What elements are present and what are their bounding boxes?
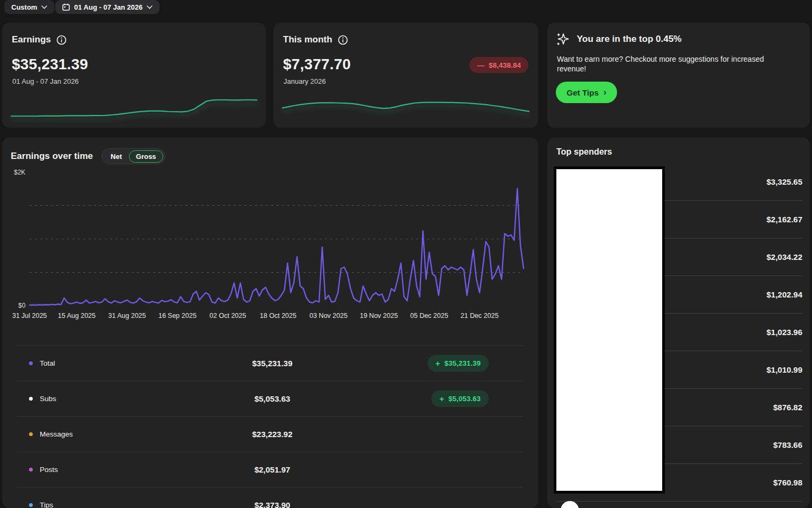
- earnings-sparkline: [11, 97, 257, 118]
- series-value: $23,223.92: [184, 430, 361, 439]
- series-color-dot: [29, 468, 33, 471]
- toggle-option-gross[interactable]: Gross: [129, 150, 163, 163]
- earnings-over-time-card: Earnings over time Net Gross $2K $0 31 J…: [2, 137, 538, 508]
- date-range-pill[interactable]: 01 Aug - 07 Jan 2026: [55, 0, 160, 14]
- x-axis-tick: 19 Nov 2025: [360, 312, 398, 320]
- chevron-right-icon: ›: [604, 88, 606, 97]
- date-range-label: 01 Aug - 07 Jan 2026: [74, 3, 142, 11]
- series-label: Posts: [40, 466, 58, 474]
- y-axis-label-top: $2K: [14, 169, 25, 176]
- chevron-down-icon: [41, 5, 47, 9]
- x-axis-tick: 02 Oct 2025: [209, 312, 246, 320]
- spender-amount: $2,162.67: [766, 215, 802, 224]
- series-color-dot: [29, 361, 33, 365]
- x-axis-tick: 18 Oct 2025: [260, 312, 296, 320]
- x-axis: 31 Jul 202515 Aug 202531 Aug 202516 Sep …: [30, 312, 524, 321]
- x-axis-tick: 05 Dec 2025: [410, 312, 448, 320]
- this-month-card: This month $7,377.70 January 2026 — $8,4…: [273, 23, 538, 128]
- spender-amount: $783.66: [773, 440, 802, 449]
- calendar-icon: [62, 3, 70, 11]
- earnings-line-chart: [30, 172, 524, 306]
- chevron-down-icon: [147, 5, 153, 9]
- earnings-amount: $35,231.39: [12, 56, 88, 73]
- earnings-card-title: Earnings: [12, 34, 51, 45]
- series-value: $2,051.97: [184, 465, 361, 474]
- series-label: Total: [40, 359, 55, 367]
- summary-row-subs[interactable]: Subs$5,053.63+$5,053.63: [17, 381, 523, 416]
- net-gross-toggle: Net Gross: [102, 148, 165, 164]
- summary-row-tips[interactable]: Tips$2,373.90: [17, 487, 523, 508]
- filter-label: Custom: [11, 3, 37, 11]
- series-value: $2,373.90: [184, 500, 361, 508]
- series-value: $35,231.39: [184, 359, 361, 368]
- series-color-dot: [29, 397, 33, 401]
- promo-body-text: Want to earn more? Checkout more suggest…: [557, 55, 785, 74]
- this-month-sparkline: [282, 95, 530, 116]
- negative-delta-badge: — $8,438.84: [469, 57, 528, 73]
- chart-title: Earnings over time: [11, 151, 93, 162]
- plus-icon: +: [436, 359, 440, 367]
- this-month-card-title: This month: [283, 34, 332, 45]
- get-tips-label: Get Tips: [567, 88, 599, 97]
- badge-amount: $35,231.39: [444, 359, 481, 367]
- avatar: [561, 501, 579, 508]
- redaction-overlay: [554, 166, 665, 494]
- promo-headline: You are in the top 0.45%: [577, 34, 682, 45]
- earnings-summary-table: Total$35,231.39+$35,231.39Subs$5,053.63+…: [17, 345, 523, 508]
- spender-amount: $1,010.99: [766, 365, 802, 374]
- spender-amount: $1,202.94: [766, 290, 802, 299]
- top-spenders-card: Top spenders $3,325.65$2,162.67$2,034.22…: [547, 137, 810, 508]
- spender-amount: $3,325.65: [766, 177, 802, 186]
- series-color-dot: [29, 432, 33, 436]
- badge-amount: $5,053.63: [448, 395, 481, 403]
- get-tips-button[interactable]: Get Tips ›: [556, 82, 617, 103]
- spender-amount: $2,034.22: [766, 252, 802, 262]
- delta-amount: $8,438.84: [489, 61, 521, 69]
- top-percent-promo-card: You are in the top 0.45% Want to earn mo…: [547, 23, 810, 128]
- this-month-amount: $7,377.70: [283, 56, 351, 73]
- x-axis-tick: 16 Sep 2025: [158, 312, 197, 320]
- earnings-period: 01 Aug - 07 Jan 2026: [12, 77, 79, 85]
- series-color-dot: [29, 503, 33, 507]
- x-axis-tick: 31 Jul 2025: [12, 312, 47, 320]
- info-icon[interactable]: [338, 35, 348, 45]
- spender-amount: $1,023.96: [766, 328, 802, 337]
- x-axis-tick: 03 Nov 2025: [309, 312, 347, 320]
- positive-amount-badge: +$35,231.39: [427, 355, 489, 372]
- summary-row-total[interactable]: Total$35,231.39+$35,231.39: [17, 345, 523, 381]
- series-label: Tips: [40, 501, 53, 508]
- x-axis-tick: 15 Aug 2025: [58, 312, 96, 320]
- positive-amount-badge: +$5,053.63: [431, 390, 489, 407]
- date-filter-mode-pill[interactable]: Custom: [4, 0, 54, 14]
- x-axis-tick: 21 Dec 2025: [461, 312, 499, 320]
- plus-icon: +: [439, 395, 444, 403]
- info-icon[interactable]: [56, 35, 67, 45]
- summary-row-posts[interactable]: Posts$2,051.97: [17, 452, 523, 487]
- spender-amount: $876.82: [773, 403, 802, 412]
- series-value: $5,053.63: [184, 394, 361, 403]
- top-spenders-title: Top spenders: [556, 147, 612, 157]
- sparkle-icon: [556, 32, 570, 46]
- this-month-period: January 2026: [284, 77, 326, 85]
- spender-amount: $760.98: [773, 478, 802, 487]
- y-axis-label-bottom: $0: [18, 302, 25, 309]
- x-axis-tick: 31 Aug 2025: [108, 312, 146, 320]
- minus-icon: —: [477, 61, 484, 69]
- series-label: Subs: [40, 395, 56, 403]
- summary-row-messages[interactable]: Messages$23,223.92: [17, 416, 523, 452]
- series-label: Messages: [40, 430, 73, 438]
- toggle-option-net[interactable]: Net: [104, 150, 129, 163]
- earnings-card: Earnings $35,231.39 01 Aug - 07 Jan 2026: [2, 23, 266, 128]
